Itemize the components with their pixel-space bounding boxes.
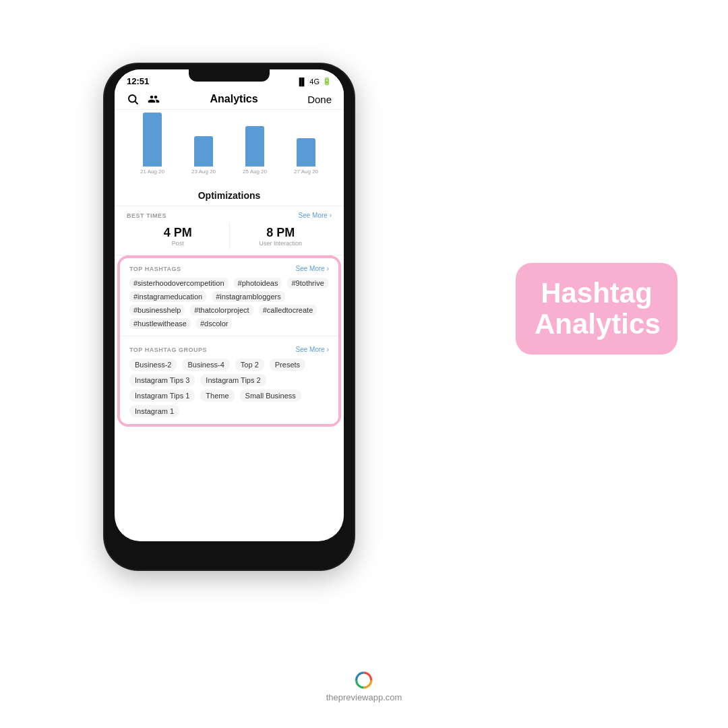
bottom-logo: thepreviewapp.com [326, 671, 402, 702]
groups-label: TOP HASHTAG GROUPS [129, 346, 207, 353]
group-tag[interactable]: Instagram Tips 2 [200, 374, 266, 386]
svg-line-1 [135, 101, 138, 104]
best-times-values: 4 PM Post 8 PM User Interaction [127, 223, 332, 249]
hashtag-tag[interactable]: #instagrambloggers [212, 291, 285, 302]
time-desc-interaction: User Interaction [259, 240, 302, 247]
app-logo-icon [355, 671, 373, 690]
bar-group-3: 25 Aug 20 [243, 126, 267, 175]
chart-area: 21 Aug 20 23 Aug 20 25 Aug 20 27 Aug 20 [115, 110, 344, 183]
hashtags-see-more[interactable]: See More › [296, 265, 329, 272]
nav-title: Analytics [210, 93, 258, 105]
signal-icon: ▐▌ [297, 78, 307, 86]
hashtag-tag[interactable]: #calledtocreate [259, 305, 317, 315]
best-times-section: BEST TIMES See More › 4 PM Post 8 PM Use… [115, 206, 344, 255]
best-times-label: BEST TIMES [127, 212, 166, 219]
group-tag[interactable]: Business-4 [182, 359, 229, 371]
groups-section-header: TOP HASHTAG GROUPS See More › [129, 346, 329, 353]
optimizations-section: Optimizations [115, 183, 344, 206]
group-grid: Business-2 Business-4 Top 2 Presets Inst… [129, 359, 329, 417]
hashtag-tag[interactable]: #sisterhoodovercompetition [129, 278, 229, 289]
phone-mockup: 12:51 ▐▌ 4G 🔋 Analytics Done [104, 64, 354, 570]
bar-group-1: 21 Aug 20 [140, 113, 164, 175]
top-hashtags-section: TOP HASHTAGS See More › #sisterhoodoverc… [120, 258, 338, 333]
svg-point-0 [129, 95, 136, 102]
notch [189, 69, 270, 82]
status-icons: ▐▌ 4G 🔋 [297, 77, 332, 86]
status-time: 12:51 [127, 76, 149, 86]
bar-label-3: 25 Aug 20 [243, 169, 267, 175]
page-wrapper: 12:51 ▐▌ 4G 🔋 Analytics Done [0, 0, 728, 728]
section-divider [120, 336, 338, 336]
badge-title-line1: Hashtag [535, 278, 659, 309]
hashtags-label: TOP HASHTAGS [129, 266, 181, 272]
bar-label-1: 21 Aug 20 [140, 169, 164, 175]
bar-3 [245, 126, 264, 166]
svg-point-2 [355, 671, 373, 689]
search-icon[interactable] [127, 93, 139, 105]
hashtag-tag[interactable]: #instagrameducation [129, 291, 206, 302]
hashtag-tag[interactable]: #businesshelp [129, 305, 185, 315]
phone-screen: 12:51 ▐▌ 4G 🔋 Analytics Done [115, 69, 344, 541]
bar-label-2: 23 Aug 20 [191, 169, 216, 175]
group-tag[interactable]: Theme [200, 390, 234, 402]
best-times-header: BEST TIMES See More › [127, 212, 332, 219]
bar-2 [194, 136, 213, 166]
nav-icons[interactable] [127, 93, 160, 105]
badge-title-line2: Analytics [535, 309, 659, 340]
bar-4 [297, 138, 315, 166]
group-tag[interactable]: Small Business [240, 390, 301, 402]
top-hashtag-groups-section: TOP HASHTAG GROUPS See More › Business-2… [120, 339, 338, 424]
time-value-interaction: 8 PM [266, 226, 295, 240]
group-tag[interactable]: Instagram 1 [129, 405, 179, 417]
time-value-post: 4 PM [164, 226, 192, 240]
chart-bars: 21 Aug 20 23 Aug 20 25 Aug 20 27 Aug 20 [127, 117, 332, 177]
network-label: 4G [309, 78, 320, 86]
groups-see-more[interactable]: See More › [296, 346, 329, 353]
time-block-post: 4 PM Post [127, 223, 230, 249]
bar-label-4: 27 Aug 20 [294, 169, 318, 175]
optimizations-title: Optimizations [198, 190, 261, 201]
best-times-see-more[interactable]: See More › [299, 212, 332, 219]
time-desc-post: Post [172, 240, 184, 247]
hashtag-tag[interactable]: #hustlewithease [129, 318, 191, 329]
time-block-interaction: 8 PM User Interaction [230, 223, 332, 249]
group-tag[interactable]: Business-2 [129, 359, 177, 371]
group-tag[interactable]: Presets [270, 359, 305, 371]
people-icon[interactable] [147, 93, 160, 105]
website-label: thepreviewapp.com [326, 692, 402, 702]
group-tag[interactable]: Instagram Tips 1 [129, 390, 195, 402]
hashtag-analytics-badge: Hashtag Analytics [516, 263, 677, 355]
hashtags-section-header: TOP HASHTAGS See More › [129, 265, 329, 272]
hashtag-tag[interactable]: #dscolor [196, 318, 233, 329]
hashtag-tag[interactable]: #9tothrive [287, 278, 328, 289]
nav-bar: Analytics Done [115, 89, 344, 110]
done-button[interactable]: Done [307, 94, 332, 105]
group-tag[interactable]: Top 2 [235, 359, 264, 371]
hashtag-tag[interactable]: #photoideas [234, 278, 282, 289]
group-tag[interactable]: Instagram Tips 3 [129, 374, 195, 386]
bar-group-2: 23 Aug 20 [191, 136, 216, 175]
bar-group-4: 27 Aug 20 [294, 138, 318, 175]
highlighted-section: TOP HASHTAGS See More › #sisterhoodoverc… [117, 255, 341, 427]
hashtag-tag[interactable]: #thatcolorproject [190, 305, 253, 315]
battery-icon: 🔋 [322, 77, 332, 86]
bar-1 [143, 113, 162, 166]
hashtag-grid: #sisterhoodovercompetition #photoideas #… [129, 278, 329, 329]
